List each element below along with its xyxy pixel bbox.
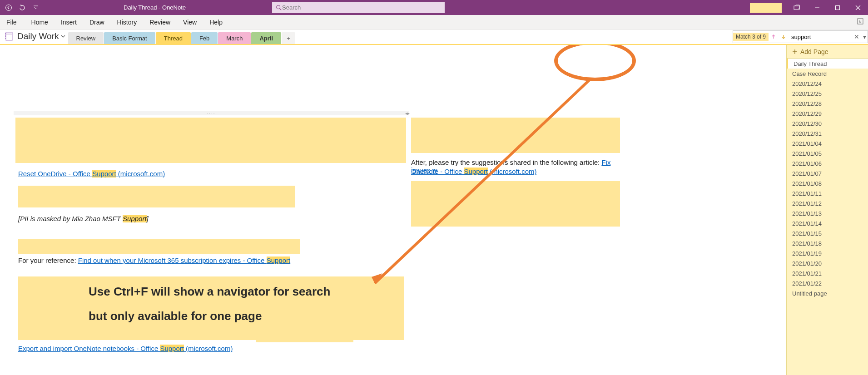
find-options-button[interactable]: ▾ (861, 33, 868, 40)
masked-block (18, 239, 300, 254)
global-search[interactable] (272, 2, 445, 13)
find-on-page-bar: Match 3 of 9 ✕ ▾ (733, 30, 868, 43)
menubar: File Home Insert Draw History Review Vie… (0, 15, 868, 30)
svg-rect-12 (5, 35, 6, 37)
menu-insert[interactable]: Insert (55, 15, 83, 29)
masked-block (256, 329, 353, 342)
masked-block (18, 186, 295, 207)
notebook-dropdown[interactable]: Daily Work (17, 31, 65, 44)
masked-block (411, 118, 620, 153)
find-match-count: Match 3 of 9 (733, 33, 769, 41)
page-item[interactable]: 2021/01/22 (787, 278, 868, 288)
find-prev-button[interactable] (769, 32, 779, 42)
page-item[interactable]: 2020/12/31 (787, 128, 868, 138)
back-button[interactable] (3, 2, 15, 14)
global-search-input[interactable] (282, 4, 441, 11)
pii-note: [PII is masked by Mia Zhao MSFT Support] (18, 215, 149, 222)
page-item[interactable]: 2021/01/08 (787, 178, 868, 188)
reference-line: For your reference: Find out when your M… (18, 257, 290, 264)
page-item[interactable]: 2021/01/21 (787, 268, 868, 278)
annotation-text-line2: but only available for one page (89, 309, 262, 323)
notebook-name: Daily Work (17, 31, 59, 41)
find-close-button[interactable]: ✕ (852, 33, 861, 40)
annotation-ellipse (554, 45, 636, 81)
link-export-import[interactable]: Export and import OneNote notebooks - Of… (18, 345, 233, 352)
plus-icon (792, 49, 798, 54)
page-item[interactable]: 2021/01/19 (787, 248, 868, 258)
section-tab-march[interactable]: March (218, 32, 251, 44)
page-item[interactable]: Case Record (787, 69, 868, 79)
svg-line-2 (280, 8, 282, 10)
add-section-button[interactable]: + (282, 32, 295, 44)
notebook-icon (5, 31, 15, 41)
find-input[interactable] (789, 34, 852, 40)
window-title: Daily Thread - OneNote (124, 4, 186, 11)
page-item[interactable]: 2020/12/25 (787, 89, 868, 99)
masked-block (411, 181, 620, 227)
page-list-pane: Add Page Daily ThreadCase Record2020/12/… (786, 45, 868, 375)
svg-rect-13 (5, 38, 6, 39)
svg-rect-3 (794, 6, 799, 10)
menu-draw[interactable]: Draw (83, 15, 111, 29)
undo-button[interactable] (16, 2, 28, 14)
masked-account-area (750, 3, 782, 13)
page-item[interactable]: 2021/01/14 (787, 218, 868, 228)
note-canvas[interactable]: ···· Reset OneDrive - Office Support (mi… (0, 45, 786, 375)
add-page-label: Add Page (800, 48, 828, 55)
section-tab-basic-format[interactable]: Basic Format (104, 32, 155, 44)
menu-file[interactable]: File (0, 15, 23, 29)
masked-block (15, 118, 406, 163)
menu-history[interactable]: History (111, 15, 144, 29)
page-item[interactable]: 2020/12/30 (787, 118, 868, 128)
page-item[interactable]: 2021/01/04 (787, 138, 868, 148)
page-item[interactable]: 2021/01/05 (787, 148, 868, 158)
page-item[interactable]: 2021/01/11 (787, 188, 868, 198)
section-tab-review[interactable]: Review (68, 32, 104, 44)
container-resize-grip[interactable]: ◂▸ (405, 111, 410, 116)
page-item[interactable]: Daily Thread (787, 59, 868, 69)
svg-rect-5 (835, 5, 839, 10)
svg-point-0 (6, 5, 12, 10)
annotation-text-line1: Use Ctrl+F will show a navigator for sea… (89, 285, 330, 299)
ribbon-expand-button[interactable] (853, 18, 868, 26)
section-tabs-row: Daily Work ReviewBasic FormatThreadFebMa… (0, 30, 868, 45)
link-subscription-expires[interactable]: Find out when your Microsoft 365 subscri… (78, 257, 290, 264)
qat-customize-button[interactable] (30, 2, 42, 14)
page-item[interactable]: 2021/01/13 (787, 208, 868, 218)
page-item[interactable]: 2021/01/20 (787, 258, 868, 268)
find-next-button[interactable] (779, 32, 789, 42)
ribbon-display-button[interactable] (786, 0, 807, 15)
titlebar: Daily Thread - OneNote (0, 0, 868, 15)
page-item[interactable]: 2021/01/06 (787, 158, 868, 168)
link-reset-onedrive[interactable]: Reset OneDrive - Office Support (microso… (18, 170, 165, 178)
chevron-down-icon (61, 34, 65, 39)
maximize-button[interactable] (827, 0, 848, 15)
page-item[interactable]: Untitled page (787, 288, 868, 298)
add-page-button[interactable]: Add Page (787, 45, 868, 59)
menu-view[interactable]: View (177, 15, 203, 29)
right-paragraph-line2: OneNote - Office Support (microsoft.com) (411, 168, 537, 175)
close-button[interactable] (848, 0, 868, 15)
section-tab-april[interactable]: April (251, 32, 281, 44)
search-icon (276, 5, 282, 11)
menu-home[interactable]: Home (25, 15, 55, 29)
page-item[interactable]: 2021/01/15 (787, 228, 868, 238)
page-item[interactable]: 2021/01/12 (787, 198, 868, 208)
svg-rect-11 (5, 33, 6, 35)
page-item[interactable]: 2020/12/28 (787, 99, 868, 109)
menu-help[interactable]: Help (203, 15, 229, 29)
minimize-button[interactable] (807, 0, 827, 15)
menu-review[interactable]: Review (143, 15, 177, 29)
page-item[interactable]: 2021/01/07 (787, 168, 868, 178)
svg-rect-9 (6, 32, 12, 40)
page-item[interactable]: 2021/01/18 (787, 238, 868, 248)
container-handle-top[interactable]: ···· (14, 111, 409, 115)
section-tab-thread[interactable]: Thread (156, 32, 191, 44)
page-item[interactable]: 2020/12/29 (787, 109, 868, 118)
page-item[interactable]: 2020/12/24 (787, 79, 868, 89)
section-tab-feb[interactable]: Feb (191, 32, 218, 44)
svg-point-1 (277, 5, 280, 9)
